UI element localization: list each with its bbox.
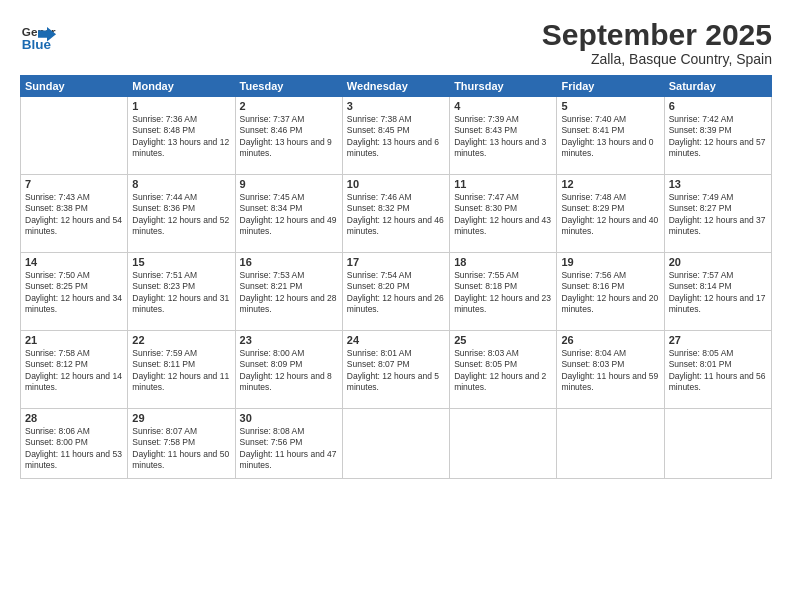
table-row: 14Sunrise: 7:50 AMSunset: 8:25 PMDayligh… [21, 253, 128, 331]
cell-content: 29Sunrise: 8:07 AMSunset: 7:58 PMDayligh… [132, 412, 230, 472]
daylight-text: Daylight: 11 hours and 53 minutes. [25, 449, 122, 470]
cell-content: 17Sunrise: 7:54 AMSunset: 8:20 PMDayligh… [347, 256, 445, 316]
cell-info: Sunrise: 7:51 AMSunset: 8:23 PMDaylight:… [132, 270, 230, 316]
cell-date: 15 [132, 256, 230, 268]
table-row: 19Sunrise: 7:56 AMSunset: 8:16 PMDayligh… [557, 253, 664, 331]
calendar-week-row: 7Sunrise: 7:43 AMSunset: 8:38 PMDaylight… [21, 175, 772, 253]
daylight-text: Daylight: 12 hours and 14 minutes. [25, 371, 122, 392]
sunrise-text: Sunrise: 8:08 AM [240, 426, 305, 436]
cell-info: Sunrise: 7:50 AMSunset: 8:25 PMDaylight:… [25, 270, 123, 316]
title-block: September 2025 Zalla, Basque Country, Sp… [542, 18, 772, 67]
sunrise-text: Sunrise: 7:53 AM [240, 270, 305, 280]
cell-info: Sunrise: 8:03 AMSunset: 8:05 PMDaylight:… [454, 348, 552, 394]
table-row: 25Sunrise: 8:03 AMSunset: 8:05 PMDayligh… [450, 331, 557, 409]
cell-content: 10Sunrise: 7:46 AMSunset: 8:32 PMDayligh… [347, 178, 445, 238]
sunset-text: Sunset: 7:56 PM [240, 437, 303, 447]
cell-info: Sunrise: 7:56 AMSunset: 8:16 PMDaylight:… [561, 270, 659, 316]
sunrise-text: Sunrise: 7:51 AM [132, 270, 197, 280]
sunrise-text: Sunrise: 7:48 AM [561, 192, 626, 202]
logo: General Blue [20, 18, 56, 54]
sunrise-text: Sunrise: 7:49 AM [669, 192, 734, 202]
sunset-text: Sunset: 8:46 PM [240, 125, 303, 135]
sunrise-text: Sunrise: 7:38 AM [347, 114, 412, 124]
daylight-text: Daylight: 12 hours and 49 minutes. [240, 215, 337, 236]
cell-info: Sunrise: 7:44 AMSunset: 8:36 PMDaylight:… [132, 192, 230, 238]
table-row: 3Sunrise: 7:38 AMSunset: 8:45 PMDaylight… [342, 97, 449, 175]
sunset-text: Sunset: 8:00 PM [25, 437, 88, 447]
sunset-text: Sunset: 8:03 PM [561, 359, 624, 369]
table-row: 29Sunrise: 8:07 AMSunset: 7:58 PMDayligh… [128, 409, 235, 479]
header-monday: Monday [128, 76, 235, 97]
cell-date: 14 [25, 256, 123, 268]
cell-info: Sunrise: 7:54 AMSunset: 8:20 PMDaylight:… [347, 270, 445, 316]
cell-content: 3Sunrise: 7:38 AMSunset: 8:45 PMDaylight… [347, 100, 445, 160]
table-row [450, 409, 557, 479]
sunrise-text: Sunrise: 7:58 AM [25, 348, 90, 358]
cell-content: 26Sunrise: 8:04 AMSunset: 8:03 PMDayligh… [561, 334, 659, 394]
daylight-text: Daylight: 12 hours and 57 minutes. [669, 137, 766, 158]
sunset-text: Sunset: 8:16 PM [561, 281, 624, 291]
sunset-text: Sunset: 8:32 PM [347, 203, 410, 213]
cell-date: 24 [347, 334, 445, 346]
daylight-text: Daylight: 12 hours and 40 minutes. [561, 215, 658, 236]
cell-content: 23Sunrise: 8:00 AMSunset: 8:09 PMDayligh… [240, 334, 338, 394]
calendar-week-row: 28Sunrise: 8:06 AMSunset: 8:00 PMDayligh… [21, 409, 772, 479]
table-row: 11Sunrise: 7:47 AMSunset: 8:30 PMDayligh… [450, 175, 557, 253]
cell-info: Sunrise: 7:37 AMSunset: 8:46 PMDaylight:… [240, 114, 338, 160]
cell-date: 9 [240, 178, 338, 190]
table-row: 21Sunrise: 7:58 AMSunset: 8:12 PMDayligh… [21, 331, 128, 409]
table-row: 24Sunrise: 8:01 AMSunset: 8:07 PMDayligh… [342, 331, 449, 409]
sunset-text: Sunset: 8:12 PM [25, 359, 88, 369]
header-saturday: Saturday [664, 76, 771, 97]
sunset-text: Sunset: 8:38 PM [25, 203, 88, 213]
sunrise-text: Sunrise: 7:36 AM [132, 114, 197, 124]
sunrise-text: Sunrise: 7:44 AM [132, 192, 197, 202]
cell-date: 21 [25, 334, 123, 346]
calendar-week-row: 14Sunrise: 7:50 AMSunset: 8:25 PMDayligh… [21, 253, 772, 331]
cell-content: 2Sunrise: 7:37 AMSunset: 8:46 PMDaylight… [240, 100, 338, 160]
cell-content: 14Sunrise: 7:50 AMSunset: 8:25 PMDayligh… [25, 256, 123, 316]
daylight-text: Daylight: 12 hours and 2 minutes. [454, 371, 546, 392]
sunrise-text: Sunrise: 7:55 AM [454, 270, 519, 280]
cell-info: Sunrise: 7:53 AMSunset: 8:21 PMDaylight:… [240, 270, 338, 316]
sunset-text: Sunset: 8:27 PM [669, 203, 732, 213]
sunrise-text: Sunrise: 7:37 AM [240, 114, 305, 124]
cell-date: 6 [669, 100, 767, 112]
cell-date: 18 [454, 256, 552, 268]
sunrise-text: Sunrise: 8:05 AM [669, 348, 734, 358]
sunrise-text: Sunrise: 8:00 AM [240, 348, 305, 358]
cell-content: 30Sunrise: 8:08 AMSunset: 7:56 PMDayligh… [240, 412, 338, 472]
cell-content: 19Sunrise: 7:56 AMSunset: 8:16 PMDayligh… [561, 256, 659, 316]
cell-info: Sunrise: 7:57 AMSunset: 8:14 PMDaylight:… [669, 270, 767, 316]
cell-date: 7 [25, 178, 123, 190]
daylight-text: Daylight: 12 hours and 28 minutes. [240, 293, 337, 314]
cell-info: Sunrise: 7:59 AMSunset: 8:11 PMDaylight:… [132, 348, 230, 394]
table-row: 2Sunrise: 7:37 AMSunset: 8:46 PMDaylight… [235, 97, 342, 175]
cell-date: 30 [240, 412, 338, 424]
table-row: 7Sunrise: 7:43 AMSunset: 8:38 PMDaylight… [21, 175, 128, 253]
cell-content: 21Sunrise: 7:58 AMSunset: 8:12 PMDayligh… [25, 334, 123, 394]
cell-info: Sunrise: 7:45 AMSunset: 8:34 PMDaylight:… [240, 192, 338, 238]
sunrise-text: Sunrise: 7:40 AM [561, 114, 626, 124]
daylight-text: Daylight: 12 hours and 5 minutes. [347, 371, 439, 392]
cell-info: Sunrise: 8:05 AMSunset: 8:01 PMDaylight:… [669, 348, 767, 394]
calendar-table: Sunday Monday Tuesday Wednesday Thursday… [20, 75, 772, 479]
sunset-text: Sunset: 8:43 PM [454, 125, 517, 135]
cell-info: Sunrise: 7:36 AMSunset: 8:48 PMDaylight:… [132, 114, 230, 160]
sunset-text: Sunset: 8:05 PM [454, 359, 517, 369]
daylight-text: Daylight: 12 hours and 26 minutes. [347, 293, 444, 314]
daylight-text: Daylight: 12 hours and 34 minutes. [25, 293, 122, 314]
table-row: 20Sunrise: 7:57 AMSunset: 8:14 PMDayligh… [664, 253, 771, 331]
sunrise-text: Sunrise: 8:07 AM [132, 426, 197, 436]
cell-date: 4 [454, 100, 552, 112]
sunrise-text: Sunrise: 8:04 AM [561, 348, 626, 358]
daylight-text: Daylight: 13 hours and 6 minutes. [347, 137, 439, 158]
table-row: 17Sunrise: 7:54 AMSunset: 8:20 PMDayligh… [342, 253, 449, 331]
sunrise-text: Sunrise: 8:06 AM [25, 426, 90, 436]
cell-content: 28Sunrise: 8:06 AMSunset: 8:00 PMDayligh… [25, 412, 123, 472]
sunrise-text: Sunrise: 8:01 AM [347, 348, 412, 358]
table-row: 18Sunrise: 7:55 AMSunset: 8:18 PMDayligh… [450, 253, 557, 331]
sunset-text: Sunset: 8:45 PM [347, 125, 410, 135]
cell-date: 2 [240, 100, 338, 112]
sunrise-text: Sunrise: 7:46 AM [347, 192, 412, 202]
